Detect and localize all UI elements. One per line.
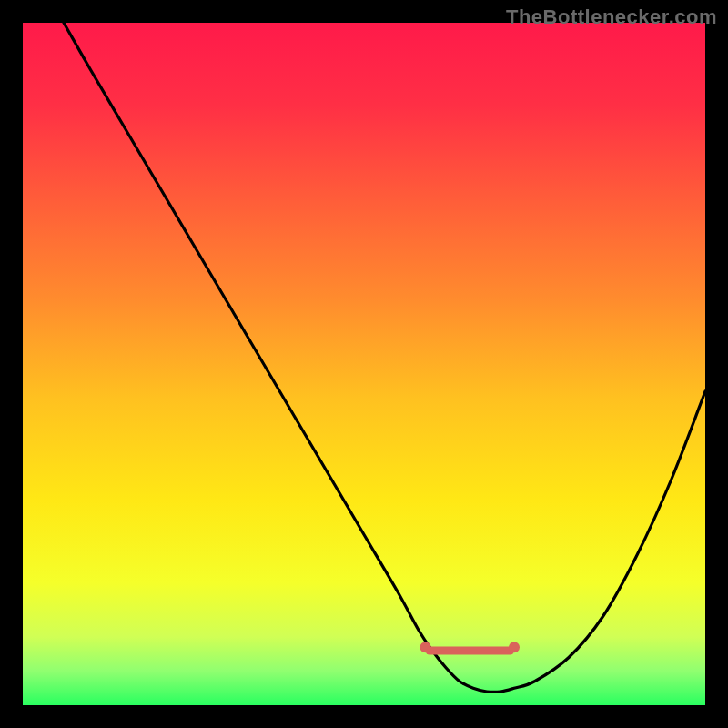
gradient-background	[23, 23, 705, 705]
attribution-text: TheBottlenecker.com	[506, 5, 717, 29]
chart-svg	[23, 23, 705, 705]
chart-plot-area	[23, 23, 705, 705]
optimal-range-bar	[426, 647, 515, 655]
marker-right-dot	[509, 642, 520, 652]
marker-left-dot	[420, 642, 431, 652]
